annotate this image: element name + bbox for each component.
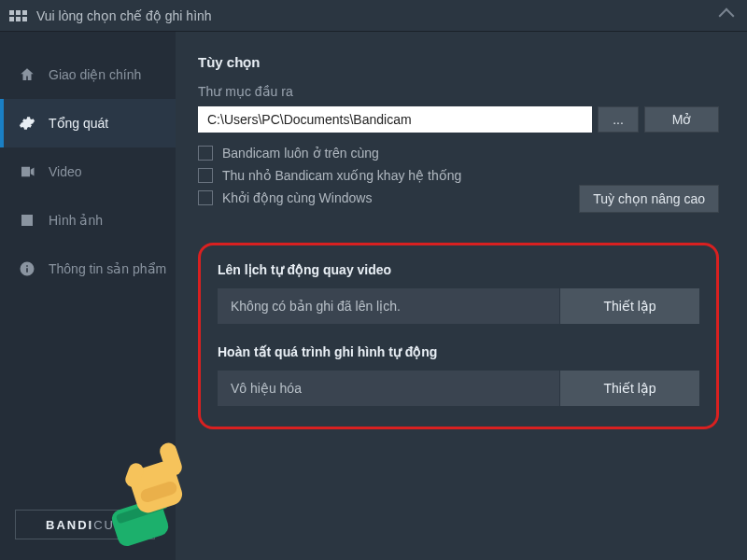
browse-button[interactable]: ... [598, 106, 639, 133]
titlebar-text: Vui lòng chọn chế độ ghi hình [36, 8, 212, 23]
checkbox-label: Thu nhỏ Bandicam xuống khay hệ thống [222, 168, 461, 183]
sidebar-item-label: Video [49, 164, 82, 179]
gear-icon [19, 115, 35, 132]
sidebar-item-label: Giao diện chính [49, 67, 141, 82]
output-folder-label: Thư mục đầu ra [198, 84, 719, 99]
sidebar-item-image[interactable]: Hình ảnh [0, 196, 176, 245]
video-icon [19, 163, 35, 180]
checkbox-icon [198, 190, 213, 205]
schedule-section: Lên lịch tự động quay video Không có bản… [218, 262, 699, 324]
checkbox-icon [198, 146, 213, 161]
highlight-box: Lên lịch tự động quay video Không có bản… [198, 243, 719, 429]
sidebar-item-label: Thông tin sản phẩm [49, 261, 166, 276]
checkbox-icon [198, 168, 213, 183]
sidebar: Giao diện chính Tổng quát Video Hình ảnh [0, 32, 176, 560]
sidebar-item-general[interactable]: Tổng quát [0, 99, 176, 147]
autocomplete-status-row: Vô hiệu hóa Thiết lập [218, 371, 699, 406]
info-icon [19, 260, 35, 277]
advanced-options-button[interactable]: Tuỳ chọn nâng cao [579, 185, 719, 213]
sidebar-item-home[interactable]: Giao diện chính [0, 50, 176, 99]
image-icon [19, 212, 35, 229]
checkbox-always-on-top[interactable]: Bandicam luôn ở trên cùng [198, 146, 719, 161]
sidebar-item-video[interactable]: Video [0, 147, 176, 196]
sidebar-item-label: Hình ảnh [49, 213, 103, 228]
checkbox-label: Bandicam luôn ở trên cùng [222, 146, 379, 161]
titlebar: Vui lòng chọn chế độ ghi hình [0, 0, 747, 32]
checkbox-minimize-to-tray[interactable]: Thu nhỏ Bandicam xuống khay hệ thống [198, 168, 719, 183]
main-layout: Giao diện chính Tổng quát Video Hình ảnh [0, 32, 747, 560]
checkbox-label: Khởi động cùng Windows [222, 190, 372, 205]
schedule-title: Lên lịch tự động quay video [218, 262, 699, 277]
autocomplete-status-text: Vô hiệu hóa [218, 371, 559, 406]
schedule-status-text: Không có bản ghi đã lên lịch. [218, 288, 559, 324]
apps-icon[interactable] [9, 10, 27, 21]
schedule-status-row: Không có bản ghi đã lên lịch. Thiết lập [218, 288, 699, 324]
home-icon [19, 66, 35, 83]
open-folder-button[interactable]: Mở [644, 106, 719, 133]
autocomplete-section: Hoàn tất quá trình ghi hình tự động Vô h… [218, 344, 699, 406]
schedule-setup-button[interactable]: Thiết lập [559, 288, 699, 324]
content-panel: Tùy chọn Thư mục đầu ra ... Mở Bandicam … [176, 32, 747, 560]
chevron-up-icon[interactable] [719, 7, 735, 23]
sidebar-item-about[interactable]: Thông tin sản phẩm [0, 245, 176, 293]
autocomplete-title: Hoàn tất quá trình ghi hình tự động [218, 344, 699, 359]
output-path-input[interactable] [198, 106, 592, 133]
output-path-row: ... Mở [198, 106, 719, 133]
sidebar-item-label: Tổng quát [49, 116, 108, 131]
options-title: Tùy chọn [198, 54, 719, 71]
autocomplete-setup-button[interactable]: Thiết lập [559, 371, 699, 406]
